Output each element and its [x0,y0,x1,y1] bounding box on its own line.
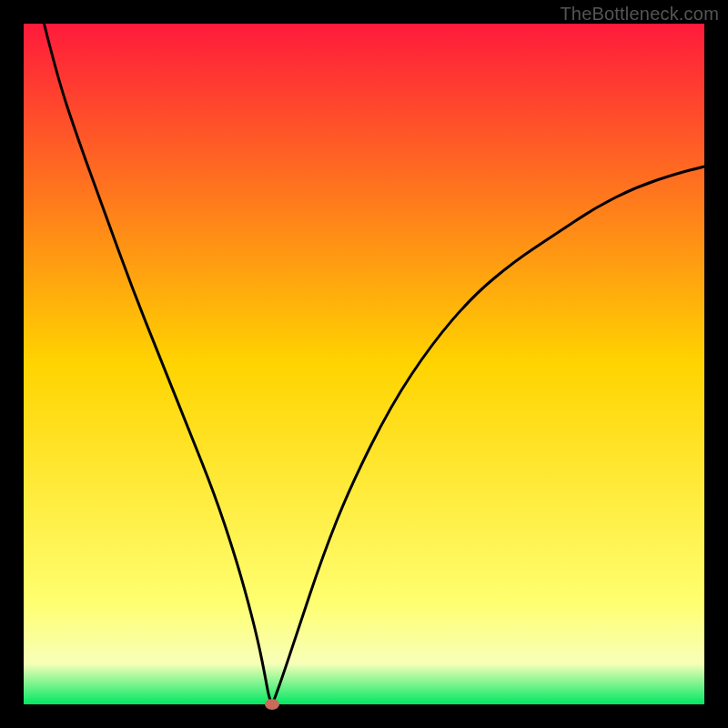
watermark-text: TheBottleneck.com [560,4,719,25]
optimal-point-marker [265,699,279,710]
chart-container: TheBottleneck.com [0,0,728,728]
bottleneck-chart-svg [0,0,728,728]
chart-background-gradient [24,24,704,704]
